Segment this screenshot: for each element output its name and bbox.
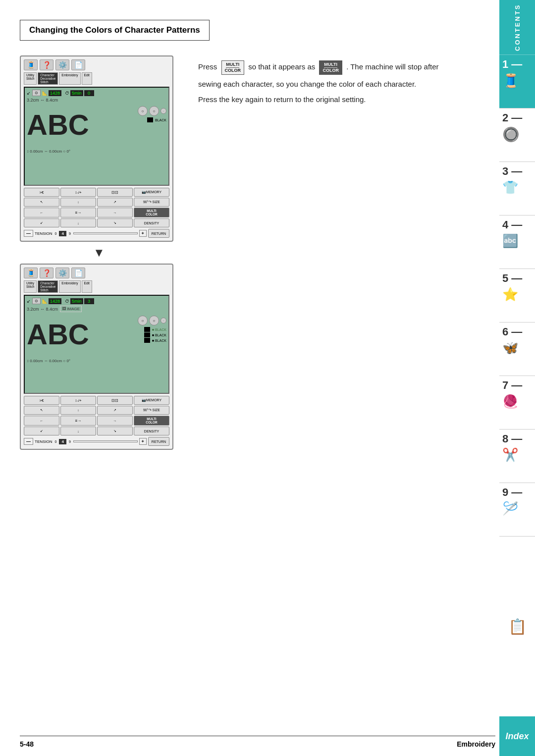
panel2-tension-9: 9 — [68, 440, 72, 443]
panel2-color-item-1: ■ BLACK — [144, 327, 166, 332]
description-line4: sewing each character, so you change the… — [198, 78, 480, 91]
panel1-tab-embroidery[interactable]: Embroidery — [59, 72, 80, 85]
panel1-tension-0: 0 — [54, 232, 58, 235]
sidebar-tab-index[interactable]: Index — [499, 716, 535, 756]
panel1-btn-ul[interactable]: ↖ — [24, 198, 59, 207]
multicolor-button-1[interactable]: MULTI COLOR — [221, 60, 245, 75]
sidebar-tab-8[interactable]: 8 — ✂️ — [499, 429, 535, 483]
panel2-counter: 3 — [84, 298, 94, 304]
panel2-btn-memory[interactable]: 📷MEMORY — [134, 396, 169, 405]
panel1-btn-expand[interactable]: >€ — [24, 188, 59, 197]
panel1-tension-minus[interactable]: — — [24, 230, 33, 237]
panel1-btn-dr[interactable]: ↘ — [97, 218, 133, 227]
panel2-circle-btn-2[interactable]: ○ — [149, 316, 159, 325]
panel2-btn-multicolor[interactable]: MULTICOLOR — [134, 416, 169, 426]
panel2-icon-book: 📄 — [71, 268, 85, 278]
panel1-right-controls: ○ ○ · BLACK — [138, 104, 166, 145]
panel1-circle-btn-2[interactable]: ○ — [149, 106, 159, 116]
panel2-btn-expand[interactable]: >€ — [24, 396, 59, 405]
panel2-tab-embroidery[interactable]: Embroidery — [59, 280, 80, 293]
panel1-btn-return[interactable]: RETURN — [148, 229, 169, 238]
panel1-icon-row: ⊙ — [32, 90, 41, 96]
panel1-btn-density[interactable]: DENSITY — [134, 218, 169, 227]
sidebar-tab-5[interactable]: 5 — ⭐ — [499, 269, 535, 322]
panel2-tension-0: 0 — [54, 440, 58, 443]
panel2-btn-return[interactable]: RETURN — [148, 437, 169, 446]
tab-number-5: 5 — — [502, 272, 522, 285]
sidebar-tab-7[interactable]: 7 — 🧶 — [499, 376, 535, 429]
panel2-btn-down[interactable]: ↓ — [60, 427, 96, 435]
panel2-num-row: ↙ ⊙ 📐 1428 ⏱ 5min 3 — [27, 298, 166, 304]
panel1-counter-area: 📐 1428 — [42, 90, 61, 96]
panel1-btn-dl[interactable]: ↙ — [24, 218, 59, 227]
panel2-btn-up[interactable]: ↑ — [60, 406, 96, 415]
sidebar-tab-6[interactable]: 6 — 🦋 — [499, 322, 535, 376]
tab-number-2: 2 — — [502, 111, 522, 124]
panel2-tab-edit[interactable]: Edit — [82, 280, 92, 293]
multicolor-button-2[interactable]: MULTI COLOR — [319, 60, 342, 75]
sidebar-tab-contents[interactable]: CONTENTS — [499, 0, 535, 54]
panel1-btn-up[interactable]: ↑ — [60, 198, 96, 207]
panel2-tension-label: TENSION — [35, 439, 53, 444]
panel1-small-circle[interactable]: · — [160, 108, 166, 114]
panel1-top-icons: 🧵 ❓ ⚙️ 📄 — [24, 59, 169, 70]
tab-number-9: 9 — — [502, 486, 522, 499]
panel1-btn-center[interactable]: ≡→ — [60, 208, 96, 217]
sidebar-tab-1[interactable]: 1 — 🧵 — [499, 54, 535, 108]
sidebar-tab-4[interactable]: 4 — 🔤 — [499, 215, 535, 269]
panel2-btn-center[interactable]: ≡→ — [60, 416, 96, 426]
panel2-tension-minus[interactable]: — — [24, 438, 33, 445]
panel1-time-area: ⏱ 5min 0 — [65, 90, 94, 96]
panel2-tension-plus[interactable]: + — [139, 438, 147, 445]
panel1-btn-mirror[interactable]: ⊡⊡ — [97, 188, 133, 197]
panel2-btn-density[interactable]: DENSITY — [134, 427, 169, 435]
panel2-btn-size[interactable]: 90°↷ SIZE — [134, 406, 169, 415]
panel2-icon-utility: 🧵 — [24, 268, 38, 278]
panel1-tension-plus[interactable]: + — [139, 230, 147, 237]
panel1-btn-memory[interactable]: 📷MEMORY — [134, 188, 169, 197]
two-column-layout: 🧵 ❓ ⚙️ 📄 UtilityStitch CharacterDecorati… — [20, 55, 480, 450]
panel2-btn-ur[interactable]: ↗ — [97, 406, 133, 415]
panel1-tension-row: — TENSION 0 4 9 + RETURN — [24, 229, 169, 238]
panel1-position: ↕ 0.00cm ↔ 0.00cm ○ 0° — [27, 149, 166, 154]
panel1-tab-utility[interactable]: UtilityStitch — [24, 72, 37, 85]
panel2-controls: >€ ↕-/+ ⊡⊡ 📷MEMORY ↖ ↑ ↗ 90°↷ SIZE ← — [24, 396, 169, 446]
panel2-btn-dr[interactable]: ↘ — [97, 427, 133, 435]
panel2-circle-btn-1[interactable]: ○ — [138, 316, 148, 325]
tab-icon-3: 👕 — [502, 180, 518, 195]
panel2-size: 3.2cm ↔ 8.4cm 🖼 IMAGE — [27, 306, 166, 312]
panel2-color-item-2: ■ BLACK — [144, 332, 166, 337]
panel2-tab-character[interactable]: CharacterDecorativeStitch — [38, 280, 58, 293]
tab-number-4: 4 — — [502, 218, 522, 231]
panel2-color-label-3: ■ BLACK — [152, 339, 166, 342]
panel1-tab-character[interactable]: CharacterDecorativeStitch — [38, 72, 58, 85]
panel1-tension-label: TENSION — [35, 231, 53, 236]
panel2-tab-utility[interactable]: UtilityStitch — [24, 280, 37, 293]
panel1-btn-right[interactable]: → — [97, 208, 133, 217]
panel2-btn-resize[interactable]: ↕-/+ — [60, 396, 96, 405]
panel1-btn-down[interactable]: ↓ — [60, 218, 96, 227]
tab-icon-4: 🔤 — [502, 233, 518, 249]
sidebar-tab-9[interactable]: 9 — 🪡 — [499, 483, 535, 536]
panel1-btn-ur[interactable]: ↗ — [97, 198, 133, 207]
tab-number-1: 1 — — [502, 58, 522, 71]
panel2-btn-right[interactable]: → — [97, 416, 133, 426]
panel1-btn-size[interactable]: 90°↷ SIZE — [134, 198, 169, 207]
panel1-tab-edit[interactable]: Edit — [82, 72, 92, 85]
panel1-btn-resize[interactable]: ↕-/+ — [60, 188, 96, 197]
panel1-size: 3.2cm ↔ 8.4cm — [27, 98, 166, 103]
panel1-btn-multicolor[interactable]: MULTICOLOR — [134, 208, 169, 217]
panel2-btn-mirror[interactable]: ⊡⊡ — [97, 396, 133, 405]
sidebar-tab-3[interactable]: 3 — 👕 — [499, 162, 535, 215]
panel2-btn-row2: ↖ ↑ ↗ 90°↷ SIZE — [24, 406, 169, 415]
panel1-circle-btn-1[interactable]: ○ — [138, 106, 148, 116]
panel2-btn-left[interactable]: ← — [24, 416, 59, 426]
sidebar-tab-2[interactable]: 2 — 🔘 — [499, 108, 535, 162]
description-line5: Press the key again to return to the ori… — [198, 93, 480, 106]
panel2-small-circle[interactable]: · — [160, 318, 166, 324]
sidebar: CONTENTS 1 — 🧵 2 — 🔘 3 — 👕 4 — 🔤 5 — ⭐ 6… — [499, 0, 535, 756]
panel2-btn-dl[interactable]: ↙ — [24, 427, 59, 435]
panel2-btn-ul[interactable]: ↖ — [24, 406, 59, 415]
panel1-btn-left[interactable]: ← — [24, 208, 59, 217]
sidebar-tab-notes[interactable]: 📋 — [499, 536, 535, 716]
